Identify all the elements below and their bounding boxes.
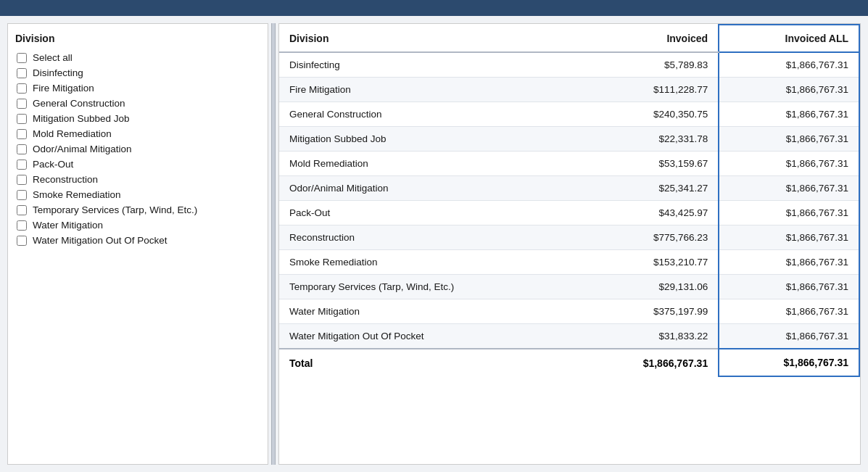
division-checkbox[interactable] [17, 220, 27, 231]
table-row: Water Mitigation$375,197.99$1,866,767.31 [279, 299, 859, 324]
division-checkbox[interactable] [17, 190, 27, 200]
division-checkbox[interactable] [17, 99, 27, 109]
table-row: General Construction$240,350.75$1,866,76… [279, 102, 859, 127]
cell-invoiced: $775,766.23 [579, 225, 719, 250]
cell-division: Temporary Services (Tarp, Wind, Etc.) [279, 275, 579, 299]
cell-invoiced-all: $1,866,767.31 [719, 78, 859, 102]
table-row: Disinfecting$5,789.83$1,866,767.31 [279, 52, 859, 78]
data-table: Division Invoiced Invoiced ALL Disinfect… [279, 24, 860, 377]
cell-invoiced-all: $1,866,767.31 [719, 324, 859, 349]
checkbox-item[interactable]: Disinfecting [15, 65, 260, 80]
checkbox-item[interactable]: Fire Mitigation [15, 80, 260, 96]
checkbox-item[interactable]: Reconstruction [15, 172, 260, 187]
cell-invoiced-all: $1,866,767.31 [719, 127, 859, 152]
cell-invoiced-all: $1,866,767.31 [719, 152, 859, 176]
checkbox-label: Water Mitigation [33, 220, 103, 231]
cell-invoiced-all: $1,866,767.31 [719, 102, 859, 127]
checkbox-item[interactable]: Pack-Out [15, 157, 260, 172]
table-row: Pack-Out$43,425.97$1,866,767.31 [279, 201, 859, 225]
checkbox-label: General Construction [33, 98, 125, 109]
cell-invoiced-all: $1,866,767.31 [719, 250, 859, 275]
table-row: Mold Remediation$53,159.67$1,866,767.31 [279, 152, 859, 176]
cell-invoiced-all: $1,866,767.31 [719, 201, 859, 225]
checkbox-label: Water Mitigation Out Of Pocket [33, 235, 168, 246]
table-row: Smoke Remediation$153,210.77$1,866,767.3… [279, 250, 859, 275]
col-header-invoiced: Invoiced [579, 25, 719, 52]
cell-division: Smoke Remediation [279, 250, 579, 275]
division-checkbox[interactable] [17, 129, 27, 139]
checkbox-item[interactable]: Mitigation Subbed Job [15, 111, 260, 126]
checkbox-item[interactable]: Mold Remediation [15, 126, 260, 141]
footer-invoiced: $1,866,767.31 [579, 349, 719, 376]
cell-division: Odor/Animal Mitigation [279, 176, 579, 201]
cell-invoiced: $111,228.77 [579, 78, 719, 102]
division-checkbox[interactable] [17, 175, 27, 185]
cell-division: Mitigation Subbed Job [279, 127, 579, 152]
left-panel: Division Select allDisinfectingFire Miti… [7, 23, 268, 465]
cell-division: Water Mitigation [279, 299, 579, 324]
cell-invoiced: $375,197.99 [579, 299, 719, 324]
division-checkbox[interactable] [17, 68, 27, 78]
checkbox-label: Pack-Out [33, 159, 73, 170]
col-header-invoiced-all: Invoiced ALL [719, 25, 859, 52]
col-header-division: Division [279, 25, 579, 52]
cell-invoiced-all: $1,866,767.31 [719, 52, 859, 78]
table-body: Disinfecting$5,789.83$1,866,767.31Fire M… [279, 52, 859, 349]
cell-invoiced: $240,350.75 [579, 102, 719, 127]
division-checkbox[interactable] [17, 144, 27, 154]
panel-divider [271, 23, 276, 465]
table-row: Mitigation Subbed Job$22,331.78$1,866,76… [279, 127, 859, 152]
checkbox-item[interactable]: General Construction [15, 96, 260, 111]
checkbox-label: Smoke Remediation [33, 189, 121, 200]
cell-invoiced: $25,341.27 [579, 176, 719, 201]
checkbox-item[interactable]: Smoke Remediation [15, 187, 260, 202]
division-checkbox[interactable] [17, 160, 27, 170]
cell-invoiced: $153,210.77 [579, 250, 719, 275]
checkbox-label: Select all [33, 52, 73, 63]
table-row: Reconstruction$775,766.23$1,866,767.31 [279, 225, 859, 250]
checkbox-item[interactable]: Water Mitigation Out Of Pocket [15, 233, 260, 248]
cell-invoiced-all: $1,866,767.31 [719, 299, 859, 324]
cell-invoiced: $31,833.22 [579, 324, 719, 349]
checkbox-label: Odor/Animal Mitigation [33, 144, 132, 154]
cell-division: Pack-Out [279, 201, 579, 225]
table-row: Temporary Services (Tarp, Wind, Etc.)$29… [279, 275, 859, 299]
footer-invoiced-all: $1,866,767.31 [719, 349, 859, 376]
division-panel-title: Division [15, 33, 260, 44]
cell-invoiced-all: $1,866,767.31 [719, 176, 859, 201]
cell-division: Mold Remediation [279, 152, 579, 176]
checkbox-item[interactable]: Odor/Animal Mitigation [15, 141, 260, 157]
table-footer-row: Total $1,866,767.31 $1,866,767.31 [279, 349, 859, 376]
select-all-checkbox[interactable] [17, 53, 27, 63]
checkbox-item[interactable]: Water Mitigation [15, 218, 260, 233]
top-bar [0, 0, 868, 16]
division-checkbox[interactable] [17, 236, 27, 246]
table-row: Odor/Animal Mitigation$25,341.27$1,866,7… [279, 176, 859, 201]
cell-division: Fire Mitigation [279, 78, 579, 102]
checkbox-label: Temporary Services (Tarp, Wind, Etc.) [33, 204, 197, 215]
cell-invoiced: $43,425.97 [579, 201, 719, 225]
cell-invoiced-all: $1,866,767.31 [719, 275, 859, 299]
cell-division: Water Mitigation Out Of Pocket [279, 324, 579, 349]
division-checkbox[interactable] [17, 83, 27, 94]
cell-invoiced-all: $1,866,767.31 [719, 225, 859, 250]
footer-label: Total [279, 349, 579, 376]
cell-invoiced: $29,131.06 [579, 275, 719, 299]
cell-division: Disinfecting [279, 52, 579, 78]
checkbox-label: Mold Remediation [33, 128, 112, 139]
checkbox-list: Select allDisinfectingFire MitigationGen… [15, 50, 260, 248]
checkbox-label: Disinfecting [33, 67, 83, 78]
select-all-item[interactable]: Select all [15, 50, 260, 65]
table-row: Fire Mitigation$111,228.77$1,866,767.31 [279, 78, 859, 102]
checkbox-label: Fire Mitigation [33, 83, 94, 94]
cell-division: Reconstruction [279, 225, 579, 250]
table-row: Water Mitigation Out Of Pocket$31,833.22… [279, 324, 859, 349]
cell-invoiced: $53,159.67 [579, 152, 719, 176]
cell-invoiced: $5,789.83 [579, 52, 719, 78]
cell-invoiced: $22,331.78 [579, 127, 719, 152]
checkbox-label: Mitigation Subbed Job [33, 113, 130, 124]
checkbox-item[interactable]: Temporary Services (Tarp, Wind, Etc.) [15, 202, 260, 218]
main-content: Division Select allDisinfectingFire Miti… [0, 16, 868, 472]
division-checkbox[interactable] [17, 114, 27, 124]
division-checkbox[interactable] [17, 205, 27, 215]
